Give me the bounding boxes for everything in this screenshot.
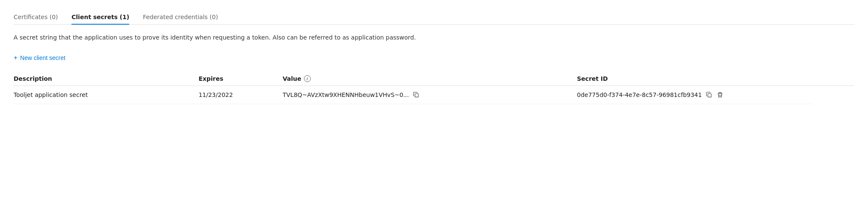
- description-text: A secret string that the application use…: [14, 33, 854, 42]
- value-info-icon[interactable]: i: [304, 75, 311, 82]
- tab-client-secrets[interactable]: Client secrets (1): [71, 10, 129, 25]
- copy-secret-id-icon[interactable]: [705, 91, 713, 99]
- cell-value: TVL8Q~AVzXtw9XHENNHbeuw1VHvS~0...: [283, 86, 577, 104]
- tabs-nav: Certificates (0) Client secrets (1) Fede…: [14, 10, 854, 25]
- col-header-description: Description: [14, 72, 199, 86]
- value-col-label: Value: [283, 75, 301, 82]
- tab-certificates[interactable]: Certificates (0): [14, 10, 58, 25]
- add-button-label: New client secret: [20, 54, 65, 61]
- cell-expires: 11/23/2022: [199, 86, 283, 104]
- cell-secret-id: 0de775d0-f374-4e7e-8c57-96981cfb9341: [577, 86, 812, 104]
- tab-federated-credentials[interactable]: Federated credentials (0): [143, 10, 218, 25]
- value-text: TVL8Q~AVzXtw9XHENNHbeuw1VHvS~0...: [283, 91, 409, 98]
- table-row: Tooljet application secret 11/23/2022 TV…: [14, 86, 854, 104]
- col-header-expires: Expires: [199, 72, 283, 86]
- svg-rect-1: [708, 94, 712, 97]
- secrets-table: Description Expires Value i Secret ID To…: [14, 72, 854, 104]
- new-client-secret-button[interactable]: + New client secret: [14, 52, 65, 63]
- svg-rect-0: [415, 94, 418, 97]
- cell-description: Tooljet application secret: [14, 86, 199, 104]
- plus-icon: +: [14, 54, 17, 62]
- col-header-value: Value i: [283, 72, 577, 86]
- col-header-actions: [812, 72, 854, 86]
- delete-secret-icon[interactable]: [716, 91, 724, 99]
- col-header-secret-id: Secret ID: [577, 72, 812, 86]
- secret-id-text: 0de775d0-f374-4e7e-8c57-96981cfb9341: [577, 91, 702, 98]
- copy-value-icon[interactable]: [412, 91, 420, 99]
